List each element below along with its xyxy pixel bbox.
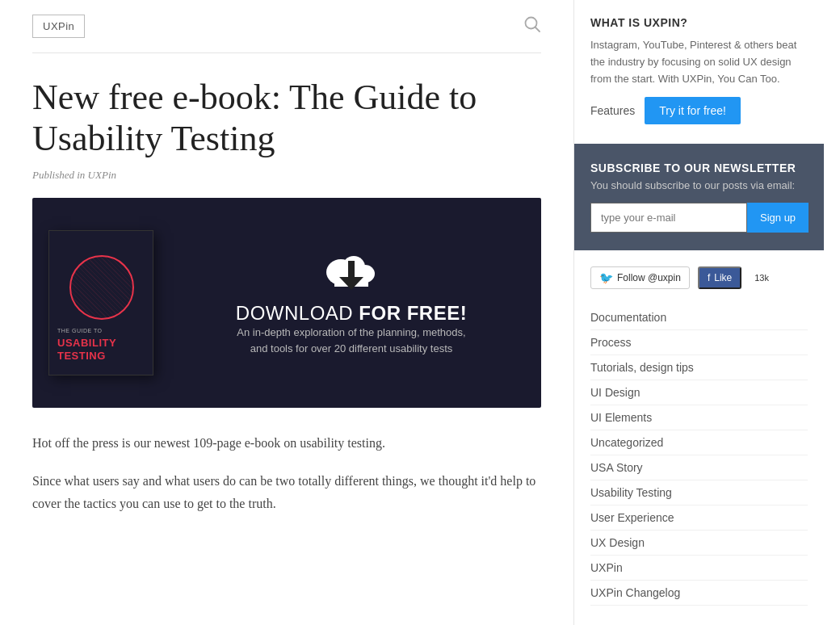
cta-row: Features Try it for free! [590, 97, 808, 124]
what-is-uxpin-desc: Instagram, YouTube, Pinterest & others b… [590, 37, 808, 87]
category-list-item: Process [590, 330, 808, 355]
newsletter-title: SUBSCRIBE TO OUR NEWSLETTER [590, 161, 808, 174]
category-list-item: USA Story [590, 455, 808, 480]
fb-icon: f [708, 272, 710, 283]
category-link[interactable]: User Experience [590, 511, 674, 524]
category-link[interactable]: Tutorials, design tips [590, 361, 694, 374]
download-subtitle: An in-depth exploration of the planning,… [237, 325, 465, 356]
article-meta: Published in UXPin [32, 169, 541, 182]
try-free-button[interactable]: Try it for free! [645, 97, 741, 124]
maze-graphic [69, 255, 134, 320]
category-link[interactable]: UXPin Changelog [590, 586, 680, 599]
newsletter-subtitle: You should subscribe to our posts via em… [590, 179, 808, 191]
category-list-item: User Experience [590, 505, 808, 531]
sidebar: WHAT IS UXPIN? Instagram, YouTube, Pinte… [573, 0, 824, 625]
article-title: New free e-book: The Guide to Usability … [32, 78, 541, 159]
category-link[interactable]: USA Story [590, 461, 643, 474]
facebook-like-button[interactable]: f Like [698, 266, 741, 289]
download-text: DOWNLOAD FOR FREE! [236, 302, 467, 325]
cloud-download-icon [323, 250, 380, 294]
features-link[interactable]: Features [590, 104, 635, 117]
what-is-uxpin-section: WHAT IS UXPIN? Instagram, YouTube, Pinte… [590, 16, 808, 124]
site-logo[interactable]: UXPin [32, 15, 85, 38]
article: New free e-book: The Guide to Usability … [32, 78, 541, 514]
category-list-item: UI Design [590, 380, 808, 405]
signup-button[interactable]: Sign up [747, 203, 808, 233]
body-paragraph-1: Hot off the press is our newest 109-page… [32, 432, 541, 454]
category-link[interactable]: Process [590, 336, 632, 349]
category-list-item: Uncategorized [590, 430, 808, 455]
search-button[interactable] [523, 15, 541, 37]
category-list-item: UI Elements [590, 405, 808, 430]
twitter-follow-button[interactable]: 🐦 Follow @uxpin [590, 266, 690, 289]
social-row: 🐦 Follow @uxpin f Like 13k [590, 266, 808, 289]
category-list-item: UX Design [590, 531, 808, 556]
fb-like-label: Like [714, 272, 732, 283]
category-link[interactable]: UI Design [590, 386, 640, 399]
category-list-item: UXPin Changelog [590, 581, 808, 606]
category-link[interactable]: UXPin [590, 561, 623, 574]
book-cover: The Guide to USABILITY TESTING [48, 230, 153, 375]
svg-line-1 [536, 27, 540, 32]
svg-rect-6 [348, 261, 355, 277]
category-list-item: Documentation [590, 305, 808, 330]
email-input[interactable] [590, 203, 747, 233]
book-cover-small-title: The Guide to [57, 328, 145, 333]
category-link[interactable]: UX Design [590, 536, 645, 549]
category-list: DocumentationProcessTutorials, design ti… [590, 305, 808, 606]
category-link[interactable]: Usability Testing [590, 486, 672, 499]
category-link[interactable]: Uncategorized [590, 436, 663, 449]
newsletter-form: Sign up [590, 203, 808, 233]
article-body: Hot off the press is our newest 109-page… [32, 432, 541, 514]
book-cover-main-title: USABILITY TESTING [57, 337, 145, 362]
twitter-bird-icon: 🐦 [599, 271, 613, 284]
book-cover-area: The Guide to USABILITY TESTING [32, 214, 162, 392]
category-list-item: Usability Testing [590, 480, 808, 505]
category-link[interactable]: Documentation [590, 311, 666, 324]
category-list-item: Tutorials, design tips [590, 355, 808, 380]
site-header: UXPin [32, 0, 541, 53]
hero-image[interactable]: The Guide to USABILITY TESTING [32, 198, 541, 408]
category-link[interactable]: UI Elements [590, 411, 652, 424]
category-list-item: UXPin [590, 556, 808, 581]
what-is-uxpin-title: WHAT IS UXPIN? [590, 16, 808, 29]
download-area[interactable]: DOWNLOAD FOR FREE! An in-depth explorati… [162, 233, 541, 372]
newsletter-section: SUBSCRIBE TO OUR NEWSLETTER You should s… [574, 144, 824, 250]
body-paragraph-2: Since what users say and what users do c… [32, 470, 541, 514]
fb-count: 13k [750, 271, 774, 285]
twitter-follow-label: Follow @uxpin [617, 272, 681, 283]
